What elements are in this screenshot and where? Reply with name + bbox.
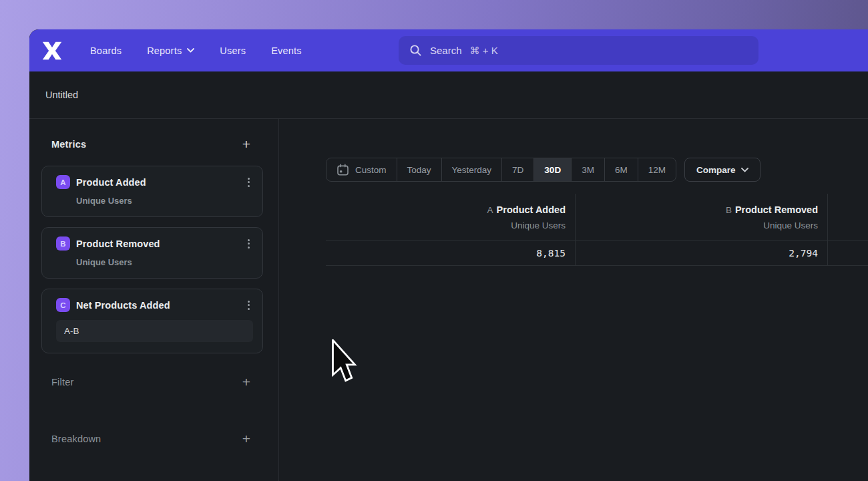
breakdown-label: Breakdown bbox=[51, 434, 101, 444]
sidebar: Metrics + A Product Added Unique Users B… bbox=[29, 119, 279, 481]
date-range-12m[interactable]: 12M bbox=[638, 158, 676, 181]
value-metric-b: 2,794 bbox=[576, 240, 828, 266]
metrics-section-header: Metrics + bbox=[51, 137, 250, 151]
metric-card-a[interactable]: A Product Added Unique Users bbox=[41, 166, 263, 217]
main-panel: Custom Today Yesterday 7D 30D 3M 6M 12M … bbox=[279, 119, 868, 481]
content-area: Metrics + A Product Added Unique Users B… bbox=[29, 119, 868, 481]
metric-badge-b: B bbox=[56, 236, 70, 251]
column-title: Product Removed bbox=[735, 204, 818, 215]
top-nav: Boards Reports Users Events Searc bbox=[29, 29, 868, 71]
nav-boards[interactable]: Boards bbox=[90, 45, 122, 56]
compare-label: Compare bbox=[696, 165, 736, 175]
mixpanel-logo bbox=[41, 41, 63, 61]
metric-title: Net Products Added bbox=[76, 300, 244, 311]
search-placeholder: Search bbox=[430, 45, 462, 56]
table-value-row: 8,815 2,794 bbox=[326, 240, 868, 266]
column-badge: A bbox=[487, 205, 493, 215]
nav-reports-label: Reports bbox=[147, 45, 182, 56]
chevron-down-icon bbox=[741, 168, 748, 172]
date-range-30d-selected[interactable]: 30D bbox=[533, 158, 571, 181]
metric-badge-c: C bbox=[56, 298, 70, 312]
date-range-label: Custom bbox=[355, 165, 387, 175]
table-header-metric-b: BProduct Removed Unique Users bbox=[576, 194, 828, 240]
filter-section-header: Filter + bbox=[51, 375, 250, 389]
compare-button[interactable]: Compare bbox=[684, 158, 761, 182]
metric-measurement: Unique Users bbox=[76, 196, 253, 206]
nav-users[interactable]: Users bbox=[220, 45, 246, 56]
metric-title: Product Removed bbox=[76, 238, 244, 249]
date-range-today[interactable]: Today bbox=[397, 158, 441, 181]
add-metric-button[interactable]: + bbox=[242, 137, 250, 151]
report-controls: Custom Today Yesterday 7D 30D 3M 6M 12M … bbox=[326, 158, 761, 182]
metric-title: Product Added bbox=[76, 177, 244, 188]
add-breakdown-button[interactable]: + bbox=[242, 432, 250, 446]
column-badge: B bbox=[726, 205, 732, 215]
nav-reports[interactable]: Reports bbox=[147, 45, 194, 56]
metric-menu-icon[interactable] bbox=[244, 237, 253, 251]
table-header-metric-a: AProduct Added Unique Users bbox=[326, 194, 576, 240]
column-subtitle: Unique Users bbox=[576, 220, 818, 230]
metric-measurement: Unique Users bbox=[76, 257, 253, 267]
metric-menu-icon[interactable] bbox=[244, 299, 253, 312]
date-range-custom[interactable]: Custom bbox=[327, 158, 397, 181]
date-range-selector: Custom Today Yesterday 7D 30D 3M 6M 12M bbox=[326, 158, 676, 182]
results-table: AProduct Added Unique Users BProduct Rem… bbox=[326, 194, 868, 266]
formula-input[interactable]: A-B bbox=[56, 320, 253, 342]
metric-card-c[interactable]: C Net Products Added A-B bbox=[41, 289, 263, 353]
desktop-background: Boards Reports Users Events Searc bbox=[0, 0, 868, 481]
search-shortcut: ⌘ + K bbox=[470, 45, 498, 57]
metric-menu-icon[interactable] bbox=[244, 176, 253, 189]
calendar-icon bbox=[337, 164, 349, 176]
metric-badge-a: A bbox=[56, 175, 70, 189]
date-range-6m[interactable]: 6M bbox=[604, 158, 638, 181]
search-icon bbox=[409, 44, 422, 57]
date-range-yesterday[interactable]: Yesterday bbox=[441, 158, 502, 181]
app-window: Boards Reports Users Events Searc bbox=[29, 29, 868, 481]
add-filter-button[interactable]: + bbox=[242, 375, 250, 389]
table-header-row: AProduct Added Unique Users BProduct Rem… bbox=[326, 194, 868, 240]
metric-card-b[interactable]: B Product Removed Unique Users bbox=[41, 227, 263, 279]
nav-events[interactable]: Events bbox=[271, 45, 302, 56]
filter-label: Filter bbox=[51, 377, 73, 387]
metrics-label: Metrics bbox=[51, 139, 86, 150]
report-title[interactable]: Untitled bbox=[45, 90, 78, 100]
column-title: Product Added bbox=[497, 204, 566, 215]
value-overflow bbox=[828, 240, 868, 266]
value-metric-a: 8,815 bbox=[326, 240, 576, 266]
nav-menu: Boards Reports Users Events bbox=[90, 45, 302, 56]
column-subtitle: Unique Users bbox=[326, 220, 566, 230]
breakdown-section-header: Breakdown + bbox=[51, 432, 250, 446]
date-range-3m[interactable]: 3M bbox=[571, 158, 604, 181]
chevron-down-icon bbox=[187, 48, 194, 53]
report-title-bar: Untitled bbox=[29, 71, 868, 119]
date-range-7d[interactable]: 7D bbox=[501, 158, 533, 181]
table-header-overflow bbox=[828, 194, 868, 240]
search-input[interactable]: Search ⌘ + K bbox=[399, 36, 758, 65]
